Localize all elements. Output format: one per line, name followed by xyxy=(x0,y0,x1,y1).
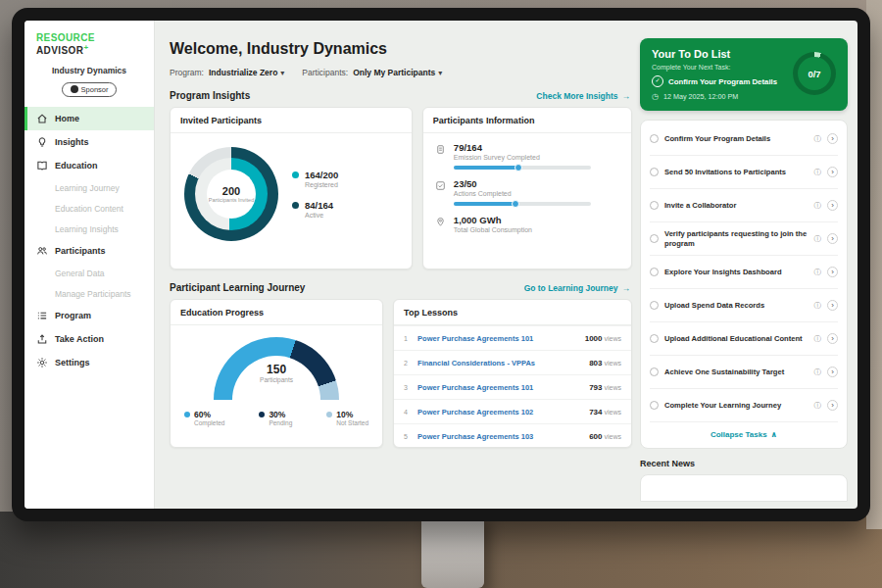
chevron-right-icon[interactable]: › xyxy=(827,333,838,344)
chevron-right-icon[interactable]: › xyxy=(827,300,838,311)
participants-filter-dropdown[interactable]: Only My Participants ▾ xyxy=(353,68,442,77)
task-checkbox[interactable] xyxy=(650,401,659,410)
sidebar-item-home[interactable]: Home xyxy=(24,107,154,130)
task-checkbox[interactable] xyxy=(650,234,659,243)
logo-plus: + xyxy=(83,43,88,52)
lesson-link[interactable]: Power Purchase Agreements 103 xyxy=(417,432,582,441)
dashboard-screen: RESOURCE ADVISOR+ Industry Dynamics Spon… xyxy=(24,21,858,509)
invited-participants-card: Invited Participants 200 Participants In… xyxy=(170,107,413,270)
task-row[interactable]: Upload Additional Educational Content ⓘ … xyxy=(650,321,838,355)
lesson-row: 4 Power Purchase Agreements 102 734views xyxy=(394,399,631,423)
task-checkbox[interactable] xyxy=(650,201,659,210)
collapse-icon: ∧ xyxy=(771,430,778,439)
info-icon[interactable]: ⓘ xyxy=(814,234,822,244)
sidebar-subitem-manage-participants[interactable]: Manage Participants xyxy=(24,283,154,304)
actions-progress-bar xyxy=(454,202,591,206)
todo-progress-value: 0/7 xyxy=(808,69,820,79)
app-logo: RESOURCE ADVISOR+ xyxy=(24,21,154,58)
sidebar-subitem-learning-insights[interactable]: Learning Insights xyxy=(24,219,154,239)
chevron-right-icon[interactable]: › xyxy=(827,367,838,377)
org-name: Industry Dynamics xyxy=(24,66,154,75)
sidebar: RESOURCE ADVISOR+ Industry Dynamics Spon… xyxy=(24,21,155,509)
top-lessons-title: Top Lessons xyxy=(394,300,631,325)
info-card-title: Participants Information xyxy=(423,108,631,133)
sidebar-item-settings[interactable]: Settings xyxy=(24,351,154,374)
recent-news-card xyxy=(640,474,848,502)
education-gauge-chart: 150 Participants xyxy=(214,337,339,400)
todo-next-task[interactable]: ✓ Confirm Your Program Details xyxy=(652,75,799,87)
chevron-right-icon[interactable]: › xyxy=(827,233,838,244)
chevron-right-icon[interactable]: › xyxy=(827,133,838,144)
task-checkbox[interactable] xyxy=(650,268,659,276)
sidebar-item-label: Insights xyxy=(55,137,89,147)
learning-journey-title: Participant Learning Journey xyxy=(170,282,305,293)
task-list-card: Confirm Your Program Details ⓘ › Send 50… xyxy=(640,120,848,449)
sponsor-badge[interactable]: Sponsor xyxy=(62,82,118,97)
todo-panel: Your To Do List Complete Your Next Task:… xyxy=(640,21,848,509)
lesson-link[interactable]: Power Purchase Agreements 102 xyxy=(417,408,582,416)
arrow-right-icon: → xyxy=(622,283,631,293)
chevron-right-icon[interactable]: › xyxy=(827,267,838,277)
task-checkbox[interactable] xyxy=(650,134,659,143)
info-icon[interactable]: ⓘ xyxy=(814,401,822,411)
sidebar-subitem-learning-journey[interactable]: Learning Journey xyxy=(24,177,154,198)
legend-pending: 30% Pending xyxy=(259,410,292,426)
task-row[interactable]: Upload Spend Data Records ⓘ › xyxy=(650,288,838,321)
info-icon[interactable]: ⓘ xyxy=(814,368,822,377)
info-icon[interactable]: ⓘ xyxy=(814,134,822,144)
sidebar-nav: Home Insights Education Learning Journey… xyxy=(24,107,154,374)
participants-filter-label: Participants: xyxy=(302,68,348,77)
info-icon[interactable]: ⓘ xyxy=(814,301,822,311)
education-card-title: Education Progress xyxy=(171,300,382,325)
task-row[interactable]: Confirm Your Program Details ⓘ › xyxy=(650,122,838,155)
donut-center-label: Participants Invited xyxy=(209,197,254,204)
chevron-down-icon: ▾ xyxy=(280,69,284,77)
check-circle-icon: ✓ xyxy=(652,75,663,87)
sidebar-item-insights[interactable]: Insights xyxy=(24,130,154,154)
lesson-link[interactable]: Power Purchase Agreements 101 xyxy=(417,383,582,392)
registered-dot xyxy=(292,172,299,178)
task-row[interactable]: Invite a Collaborator ⓘ › xyxy=(650,188,838,221)
info-icon[interactable]: ⓘ xyxy=(814,168,822,177)
legend-completed: 60% Completed xyxy=(184,410,224,426)
chevron-right-icon[interactable]: › xyxy=(827,167,838,177)
home-icon xyxy=(36,113,48,124)
lesson-link[interactable]: Power Purchase Agreements 101 xyxy=(417,334,578,343)
program-filter-dropdown[interactable]: Industrialize Zero ▾ xyxy=(209,68,284,77)
task-row[interactable]: Send 50 Invitations to Participants ⓘ › xyxy=(650,155,838,188)
gear-icon xyxy=(36,357,48,368)
info-icon[interactable]: ⓘ xyxy=(814,268,822,277)
check-more-insights-link[interactable]: Check More Insights → xyxy=(536,91,630,101)
sidebar-subitem-education-content[interactable]: Education Content xyxy=(24,198,154,219)
task-checkbox[interactable] xyxy=(650,368,659,376)
program-filter-label: Program: xyxy=(170,68,204,77)
info-icon[interactable]: ⓘ xyxy=(814,334,822,344)
filter-bar: Program: Industrialize Zero ▾ Participan… xyxy=(170,68,632,77)
sidebar-item-participants[interactable]: Participants xyxy=(24,239,154,263)
task-row[interactable]: Explore Your Insights Dashboard ⓘ › xyxy=(650,255,838,288)
go-to-learning-journey-link[interactable]: Go to Learning Journey → xyxy=(524,283,630,293)
sidebar-item-education[interactable]: Education xyxy=(24,154,154,177)
info-icon[interactable]: ⓘ xyxy=(814,201,822,211)
chevron-right-icon[interactable]: › xyxy=(827,400,838,411)
stat-emission-survey: 79/164 Emission Survey Completed xyxy=(423,133,631,170)
sidebar-subitem-general-data[interactable]: General Data xyxy=(24,263,154,283)
task-checkbox[interactable] xyxy=(650,334,659,343)
chevron-right-icon[interactable]: › xyxy=(827,200,838,211)
task-checkbox[interactable] xyxy=(650,301,659,310)
task-checkbox[interactable] xyxy=(650,168,659,176)
sidebar-item-take-action[interactable]: Take Action xyxy=(24,327,154,351)
gauge-center-value: 150 xyxy=(214,363,339,376)
task-row[interactable]: Achieve One Sustainability Target ⓘ › xyxy=(650,355,838,388)
lesson-link[interactable]: Financial Considerations - VPPAs xyxy=(417,359,582,368)
stat-actions-completed: 23/50 Actions Completed xyxy=(423,170,631,206)
location-pin-icon xyxy=(435,217,446,227)
not-started-dot xyxy=(326,412,332,417)
arrow-right-icon: → xyxy=(622,91,631,101)
task-row[interactable]: Verify participants requesting to join t… xyxy=(650,221,838,255)
recent-news-title: Recent News xyxy=(640,459,848,468)
collapse-tasks-link[interactable]: Collapse Tasks ∧ xyxy=(650,421,838,446)
task-row[interactable]: Complete Your Learning Journey ⓘ › xyxy=(650,388,838,421)
todo-summary-card: Your To Do List Complete Your Next Task:… xyxy=(640,38,848,111)
sidebar-item-program[interactable]: Program xyxy=(24,304,154,327)
